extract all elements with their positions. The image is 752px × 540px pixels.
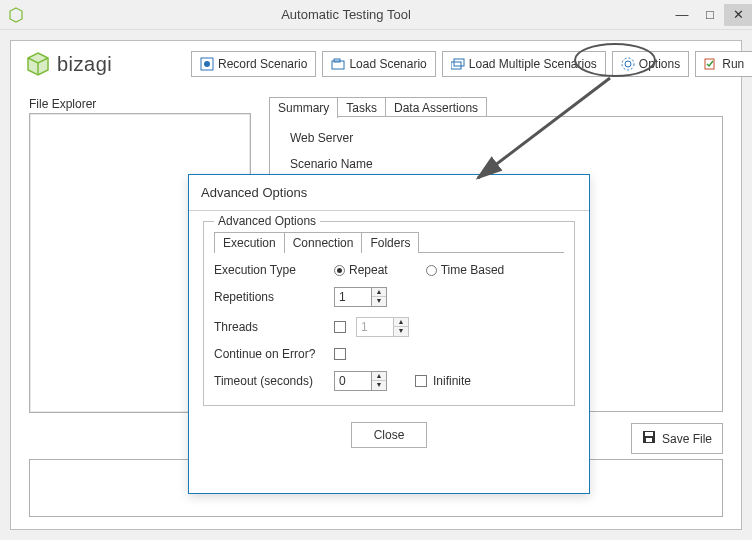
- scenario-name-label: Scenario Name: [290, 157, 400, 171]
- gear-icon: [621, 57, 635, 71]
- threads-label: Threads: [214, 320, 334, 334]
- tab-connection[interactable]: Connection: [284, 232, 363, 253]
- dialog-title: Advanced Options: [189, 175, 589, 211]
- threads-input: [357, 318, 393, 336]
- load-multiple-button[interactable]: Load Multiple Scenarios: [442, 51, 606, 77]
- svg-rect-14: [646, 438, 652, 442]
- threads-checkbox[interactable]: [334, 321, 346, 333]
- record-icon: [200, 57, 214, 71]
- radio-time-based[interactable]: Time Based: [426, 263, 505, 277]
- threads-spinner: ▲▼: [393, 318, 408, 336]
- record-label: Record Scenario: [218, 57, 307, 71]
- radio-timebased-label: Time Based: [441, 263, 505, 277]
- run-label: Run: [722, 57, 744, 71]
- infinite-label: Inifinite: [433, 374, 471, 388]
- repetitions-input[interactable]: [335, 288, 371, 306]
- run-icon: [704, 57, 718, 71]
- svg-marker-0: [10, 8, 22, 22]
- timeout-input[interactable]: [335, 372, 371, 390]
- infinite-checkbox[interactable]: [415, 375, 427, 387]
- window-title: Automatic Testing Tool: [24, 7, 668, 22]
- maximize-button[interactable]: □: [696, 4, 724, 26]
- svg-rect-11: [705, 59, 714, 69]
- tab-folders[interactable]: Folders: [361, 232, 419, 253]
- repetitions-label: Repetitions: [214, 290, 334, 304]
- save-icon: [642, 430, 656, 447]
- options-button[interactable]: Options: [612, 51, 689, 77]
- svg-point-4: [204, 61, 210, 67]
- dialog-tab-row: Execution Connection Folders: [214, 232, 564, 253]
- cube-icon: [25, 51, 51, 77]
- tab-tasks[interactable]: Tasks: [337, 97, 386, 118]
- tab-row: Summary Tasks Data Assertions: [269, 97, 487, 118]
- brand-logo: bizagi: [25, 51, 112, 77]
- fieldset-legend: Advanced Options: [214, 214, 320, 228]
- brand-name: bizagi: [57, 53, 112, 76]
- repetitions-spinner[interactable]: ▲▼: [371, 288, 386, 306]
- save-file-label: Save File: [662, 432, 712, 446]
- load-label: Load Scenario: [349, 57, 426, 71]
- advanced-options-fieldset: Advanced Options Execution Connection Fo…: [203, 221, 575, 406]
- options-label: Options: [639, 57, 680, 71]
- advanced-options-dialog: Advanced Options Advanced Options Execut…: [188, 174, 590, 494]
- run-button[interactable]: Run: [695, 51, 752, 77]
- timeout-field[interactable]: ▲▼: [334, 371, 387, 391]
- timeout-spinner[interactable]: ▲▼: [371, 372, 386, 390]
- close-window-button[interactable]: ✕: [724, 4, 752, 26]
- svg-rect-13: [645, 432, 653, 436]
- repetitions-field[interactable]: ▲▼: [334, 287, 387, 307]
- threads-field: ▲▼: [356, 317, 409, 337]
- continue-on-error-label: Continue on Error?: [214, 347, 334, 361]
- execution-type-label: Execution Type: [214, 263, 334, 277]
- title-bar: Automatic Testing Tool — □ ✕: [0, 0, 752, 30]
- load-multi-label: Load Multiple Scenarios: [469, 57, 597, 71]
- web-server-label: Web Server: [290, 131, 400, 145]
- timeout-label: Timeout (seconds): [214, 374, 334, 388]
- continue-on-error-checkbox[interactable]: [334, 348, 346, 360]
- tab-execution[interactable]: Execution: [214, 232, 285, 253]
- tab-summary[interactable]: Summary: [269, 97, 338, 118]
- tab-data-assertions[interactable]: Data Assertions: [385, 97, 487, 118]
- svg-point-9: [625, 61, 631, 67]
- save-file-button[interactable]: Save File: [631, 423, 723, 454]
- load-scenario-button[interactable]: Load Scenario: [322, 51, 435, 77]
- record-scenario-button[interactable]: Record Scenario: [191, 51, 316, 77]
- load-icon: [331, 57, 345, 71]
- radio-repeat[interactable]: Repeat: [334, 263, 388, 277]
- load-multi-icon: [451, 57, 465, 71]
- close-dialog-button[interactable]: Close: [351, 422, 428, 448]
- svg-point-10: [622, 58, 634, 70]
- radio-repeat-label: Repeat: [349, 263, 388, 277]
- minimize-button[interactable]: —: [668, 4, 696, 26]
- file-explorer-label: File Explorer: [29, 97, 96, 111]
- app-icon: [8, 7, 24, 23]
- toolbar: Record Scenario Load Scenario Load Multi…: [191, 51, 731, 77]
